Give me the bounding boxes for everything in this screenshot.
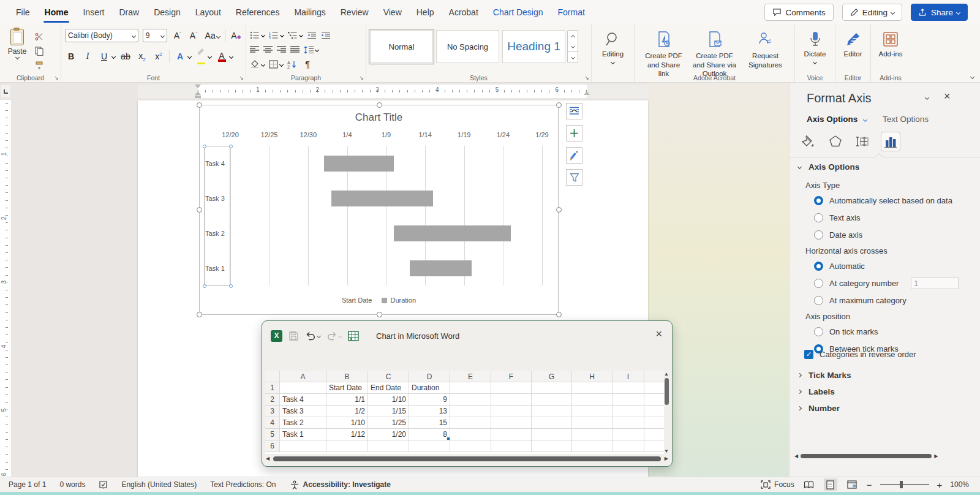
font-dialog-launcher[interactable]: ↘ bbox=[239, 75, 244, 81]
dictate-button[interactable]: Dictate bbox=[799, 28, 831, 64]
cell-C5[interactable]: 1/20 bbox=[368, 429, 409, 440]
panel-scroll-thumb[interactable] bbox=[801, 454, 932, 458]
clear-formatting-button[interactable]: A◆ bbox=[230, 31, 242, 40]
tab-references[interactable]: References bbox=[228, 0, 287, 25]
cell-C6[interactable] bbox=[368, 440, 409, 452]
proofing-status-icon[interactable] bbox=[99, 480, 108, 489]
cell-G5[interactable] bbox=[532, 429, 572, 440]
cell-E2[interactable] bbox=[450, 394, 491, 406]
tab-view[interactable]: View bbox=[376, 0, 409, 25]
collapse-ribbon-chevron[interactable] bbox=[970, 75, 974, 79]
cell-F1[interactable] bbox=[491, 382, 532, 394]
accessibility-status[interactable]: Accessibility: Investigate bbox=[290, 480, 391, 489]
tab-text-options[interactable]: Text Options bbox=[883, 115, 929, 124]
editing-mode-button[interactable]: Editing bbox=[842, 4, 902, 21]
line-spacing-button[interactable] bbox=[304, 46, 314, 54]
multilevel-list-button[interactable] bbox=[288, 31, 298, 39]
strikethrough-button[interactable]: ab bbox=[119, 51, 132, 61]
radio-selected-icon[interactable] bbox=[814, 262, 823, 271]
chart-title[interactable]: Chart Title bbox=[200, 111, 558, 124]
legend-item-duration[interactable]: Duration bbox=[382, 297, 416, 304]
horizontal-scroll-thumb[interactable] bbox=[273, 456, 661, 461]
cell-F6[interactable] bbox=[491, 440, 532, 452]
tab-design[interactable]: Design bbox=[146, 0, 188, 25]
style-card-no-spacing[interactable]: No Spacing bbox=[436, 30, 499, 63]
column-header-E[interactable]: E bbox=[450, 371, 491, 382]
chart-styles-button[interactable] bbox=[566, 147, 582, 164]
chart-legend[interactable]: Start DateDuration bbox=[200, 297, 558, 304]
radio-option-at-category-number[interactable]: At category number1 bbox=[814, 278, 980, 289]
duration-bar-task-3[interactable] bbox=[331, 191, 432, 206]
acrobat-button-0[interactable]: Create PDF and Share link bbox=[638, 28, 689, 78]
editing-menu-button[interactable]: Editing bbox=[595, 28, 630, 64]
focus-mode-button[interactable]: Focus bbox=[761, 480, 794, 489]
categories-reverse-checkbox-row[interactable]: ✓ Categories in reverse order bbox=[804, 350, 916, 359]
tab-file[interactable]: File bbox=[9, 0, 37, 25]
share-button[interactable]: Share bbox=[911, 4, 968, 21]
x-axis-tick-label[interactable]: 1/29 bbox=[535, 131, 548, 138]
style-card-heading-1[interactable]: Heading 1 bbox=[502, 30, 565, 63]
cell-C4[interactable]: 1/25 bbox=[368, 417, 409, 429]
addins-button[interactable]: Add-ins bbox=[875, 28, 907, 58]
align-center-button[interactable] bbox=[263, 46, 273, 53]
save-icon[interactable] bbox=[288, 331, 299, 341]
cell-G1[interactable] bbox=[532, 382, 572, 394]
zoom-in-button[interactable]: + bbox=[937, 480, 943, 490]
row-header-1[interactable]: 1 bbox=[265, 382, 280, 394]
paste-button[interactable]: Paste bbox=[4, 29, 31, 72]
axis-selection-handle[interactable] bbox=[203, 145, 206, 148]
radio-icon[interactable] bbox=[814, 296, 823, 305]
panel-close-button[interactable]: × bbox=[944, 90, 951, 103]
x-axis-tick-label[interactable]: 1/24 bbox=[497, 131, 510, 138]
cell-F2[interactable] bbox=[491, 394, 532, 406]
tab-mailings[interactable]: Mailings bbox=[287, 0, 333, 25]
radio-icon[interactable] bbox=[814, 327, 823, 336]
radio-option-date-axis[interactable]: Date axis bbox=[814, 229, 980, 240]
panel-horizontal-scrollbar[interactable]: ◀ ▶ bbox=[794, 452, 944, 460]
layout-options-button[interactable] bbox=[566, 103, 582, 119]
scroll-right-arrow[interactable]: ▶ bbox=[934, 453, 938, 459]
scroll-up-arrow[interactable]: ▲ bbox=[664, 371, 669, 377]
cell-H3[interactable] bbox=[572, 406, 612, 417]
row-header-2[interactable]: 2 bbox=[265, 394, 280, 406]
row-header-3[interactable]: 3 bbox=[265, 406, 280, 417]
excel-close-button[interactable]: × bbox=[655, 328, 662, 339]
tab-help[interactable]: Help bbox=[409, 0, 442, 25]
category-axis-selection-box[interactable] bbox=[204, 146, 230, 285]
radio-option-on-tick-marks[interactable]: On tick marks bbox=[814, 326, 980, 337]
italic-button[interactable]: I bbox=[81, 51, 94, 61]
cell-I6[interactable] bbox=[612, 440, 644, 452]
axis-selection-handle[interactable] bbox=[229, 284, 233, 288]
cell-E4[interactable] bbox=[450, 417, 491, 429]
collapsed-section-tick-marks[interactable]: Tick Marks bbox=[798, 371, 851, 380]
zoom-slider-thumb[interactable] bbox=[900, 481, 903, 488]
scroll-right-arrow[interactable]: ▶ bbox=[665, 456, 668, 461]
radio-icon[interactable] bbox=[814, 279, 823, 288]
column-header-F[interactable]: F bbox=[491, 371, 532, 382]
x-axis-tick-label[interactable]: 1/4 bbox=[342, 131, 352, 138]
cell-E3[interactable] bbox=[450, 406, 491, 417]
change-case-button[interactable]: Aa bbox=[203, 31, 221, 40]
decrease-indent-button[interactable] bbox=[307, 31, 317, 39]
cell-D3[interactable]: 13 bbox=[409, 406, 450, 417]
axis-options-icon[interactable] bbox=[881, 132, 900, 151]
column-header-I[interactable]: I bbox=[612, 371, 644, 382]
cell-A1[interactable] bbox=[280, 382, 326, 394]
cell-B5[interactable]: 1/12 bbox=[326, 429, 368, 440]
cell-B2[interactable]: 1/1 bbox=[326, 394, 368, 406]
tab-stop-selector[interactable] bbox=[1, 85, 10, 97]
cell-H2[interactable] bbox=[572, 394, 612, 406]
radio-option-text-axis[interactable]: Text axis bbox=[814, 212, 980, 223]
tab-axis-options[interactable]: Axis Options bbox=[807, 115, 867, 124]
size-properties-icon[interactable] bbox=[853, 132, 873, 151]
zoom-level[interactable]: 100% bbox=[950, 480, 969, 489]
duration-bar-task-1[interactable] bbox=[410, 260, 472, 276]
cell-D6[interactable] bbox=[409, 440, 450, 452]
style-scroll-up[interactable] bbox=[568, 31, 578, 41]
cell-A2[interactable]: Task 4 bbox=[280, 394, 326, 406]
edit-data-table-icon[interactable]: X bbox=[348, 331, 359, 341]
chart-filters-button[interactable] bbox=[566, 169, 582, 186]
x-axis-tick-label[interactable]: 1/19 bbox=[458, 131, 470, 138]
first-line-indent-marker[interactable] bbox=[195, 85, 201, 88]
chart-selection-handle[interactable] bbox=[377, 312, 382, 317]
